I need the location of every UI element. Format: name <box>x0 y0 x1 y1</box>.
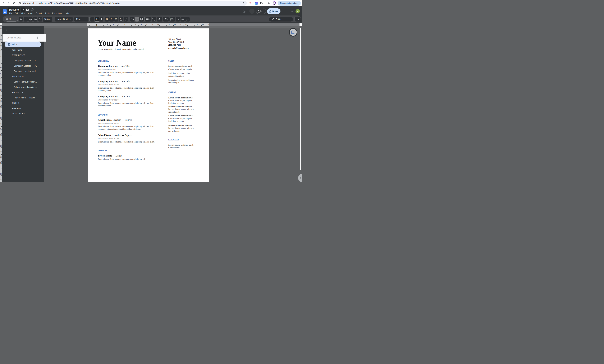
svg-text:3: 3 <box>170 20 171 21</box>
